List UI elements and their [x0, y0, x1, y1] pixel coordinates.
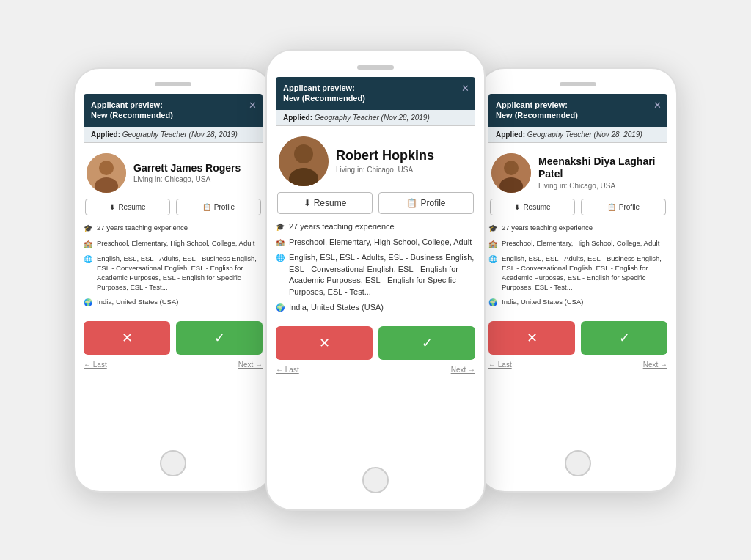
phone-speaker-right	[560, 82, 596, 86]
applied-value-em-right: Geography Teacher (Nov 28, 2019)	[527, 130, 642, 139]
detail-text-left-3: India, United States (USA)	[97, 297, 178, 306]
details-list-right: 🎓 27 years teaching experience 🏫 Prescho…	[488, 223, 667, 312]
nav-row-right: ← Last Next →	[488, 361, 667, 369]
reject-button-left[interactable]: ✕	[84, 321, 170, 355]
detail-text-center-0: 27 years teaching experience	[289, 221, 395, 232]
next-link-center[interactable]: Next →	[451, 366, 475, 374]
last-link-left[interactable]: ← Last	[84, 361, 107, 369]
detail-item-center-1: 🏫 Preschool, Elementary, High School, Co…	[276, 237, 475, 248]
detail-item-right-1: 🏫 Preschool, Elementary, High School, Co…	[488, 238, 667, 249]
detail-item-center-2: 🌐 English, ESL, ESL - Adults, ESL - Busi…	[276, 252, 475, 298]
close-button-right[interactable]: ✕	[653, 100, 662, 111]
next-link-right[interactable]: Next →	[643, 361, 667, 369]
phone-speaker-center	[357, 65, 394, 70]
detail-text-center-1: Preschool, Elementary, High School, Coll…	[289, 237, 472, 248]
resume-label-center: Resume	[314, 198, 347, 208]
btn-row-right: ⬇ Resume 📋 Profile	[488, 199, 667, 215]
scene: Applicant preview: New (Recommended) ✕ A…	[0, 0, 751, 560]
applied-value-em-center: Geography Teacher (Nov 28, 2019)	[315, 114, 430, 122]
detail-icon-right-0: 🎓	[488, 224, 497, 234]
avatar-left	[87, 153, 126, 193]
detail-text-right-1: Preschool, Elementary, High School, Coll…	[502, 238, 659, 248]
app-header-left: Applicant preview: New (Recommended) ✕	[84, 94, 263, 127]
detail-item-right-3: 🌍 India, United States (USA)	[488, 297, 667, 308]
detail-icon-center-2: 🌐	[276, 253, 285, 263]
home-button-left[interactable]	[160, 450, 186, 476]
profile-icon-center: 📋	[406, 198, 417, 208]
home-button-right[interactable]	[565, 450, 591, 476]
app-subheader-left: Applied: Geography Teacher (Nov 28, 2019…	[84, 127, 263, 143]
detail-text-center-2: English, ESL, ESL - Adults, ESL - Busine…	[289, 252, 475, 298]
applicant-name-right: Meenakshi Diya Laghari Patel	[538, 155, 664, 180]
app-subheader-center: Applied: Geography Teacher (Nov 28, 2019…	[276, 110, 475, 126]
app-subheader-right: Applied: Geography Teacher (Nov 28, 2019…	[488, 127, 667, 143]
detail-icon-center-0: 🎓	[276, 222, 285, 232]
approve-button-left[interactable]: ✓	[176, 321, 263, 355]
resume-button-right[interactable]: ⬇ Resume	[490, 199, 575, 215]
next-link-left[interactable]: Next →	[238, 361, 263, 369]
header-title-center: Applicant preview: New (Recommended)	[283, 83, 468, 104]
details-list-left: 🎓 27 years teaching experience 🏫 Prescho…	[84, 223, 263, 312]
reject-button-center[interactable]: ✕	[276, 326, 373, 360]
applicant-location-right: Living in: Chicago, USA	[538, 182, 664, 190]
profile-button-center[interactable]: 📋 Profile	[378, 192, 474, 214]
detail-item-left-0: 🎓 27 years teaching experience	[84, 223, 263, 234]
close-button-center[interactable]: ✕	[461, 83, 469, 94]
detail-icon-right-1: 🏫	[488, 239, 497, 249]
detail-item-left-1: 🏫 Preschool, Elementary, High School, Co…	[84, 238, 263, 249]
detail-text-right-0: 27 years teaching experience	[502, 223, 593, 232]
detail-item-left-2: 🌐 English, ESL, ESL - Adults, ESL - Busi…	[84, 254, 263, 292]
detail-text-center-3: India, United States (USA)	[289, 302, 384, 313]
applicant-location-center: Living in: Chicago, USA	[336, 166, 434, 174]
applied-label-left: Applied:	[91, 130, 120, 139]
applicant-row-center: Robert Hopkins Living in: Chicago, USA	[276, 133, 475, 192]
detail-icon-left-2: 🌐	[84, 254, 92, 265]
details-list-center: 🎓 27 years teaching experience 🏫 Prescho…	[276, 221, 475, 318]
close-button-left[interactable]: ✕	[249, 100, 257, 111]
avatar-right	[491, 153, 531, 193]
detail-text-right-2: English, ESL, ESL - Adults, ESL - Busine…	[502, 254, 667, 292]
app-header-center: Applicant preview: New (Recommended) ✕	[276, 77, 475, 110]
profile-icon-right: 📋	[607, 203, 616, 211]
applicant-name-left: Garrett James Rogers	[133, 162, 241, 174]
profile-button-left[interactable]: 📋 Profile	[176, 199, 261, 215]
last-link-center[interactable]: ← Last	[276, 366, 299, 374]
resume-button-center[interactable]: ⬇ Resume	[277, 192, 373, 214]
detail-text-left-2: English, ESL, ESL - Adults, ESL - Busine…	[97, 254, 263, 292]
phone-content-center: Applicant preview: New (Recommended) ✕ A…	[267, 77, 484, 458]
phone-center: Applicant preview: New (Recommended) ✕ A…	[265, 49, 486, 511]
svg-point-1	[99, 161, 114, 175]
last-link-right[interactable]: ← Last	[488, 361, 512, 369]
resume-button-left[interactable]: ⬇ Resume	[85, 199, 170, 215]
header-title-left: Applicant preview: New (Recommended)	[91, 100, 255, 121]
phone-left: Applicant preview: New (Recommended) ✕ A…	[73, 67, 273, 493]
reject-button-right[interactable]: ✕	[488, 321, 575, 355]
nav-row-left: ← Last Next →	[84, 361, 263, 369]
profile-label-left: Profile	[214, 203, 235, 211]
applied-value-em-left: Geography Teacher (Nov 28, 2019)	[122, 130, 238, 139]
resume-label-left: Resume	[118, 203, 145, 211]
detail-icon-center-3: 🌍	[276, 303, 285, 313]
resume-label-right: Resume	[523, 203, 550, 211]
applied-label-right: Applied:	[496, 130, 525, 139]
approve-button-center[interactable]: ✓	[378, 326, 475, 360]
profile-label-center: Profile	[420, 198, 445, 208]
download-icon-left: ⬇	[109, 203, 115, 211]
detail-icon-right-3: 🌍	[488, 298, 497, 308]
download-icon-center: ⬇	[304, 198, 311, 208]
profile-button-right[interactable]: 📋 Profile	[581, 199, 666, 215]
detail-item-right-2: 🌐 English, ESL, ESL - Adults, ESL - Busi…	[488, 254, 667, 292]
svg-point-4	[294, 144, 313, 163]
btn-row-center: ⬇ Resume 📋 Profile	[276, 192, 475, 214]
download-icon-right: ⬇	[514, 203, 520, 211]
action-row-center: ✕ ✓	[276, 326, 475, 360]
detail-item-center-3: 🌍 India, United States (USA)	[276, 302, 475, 313]
applicant-info-left: Garrett James Rogers Living in: Chicago,…	[133, 162, 241, 184]
detail-text-left-1: Preschool, Elementary, High School, Coll…	[97, 238, 254, 248]
phone-content-left: Applicant preview: New (Recommended) ✕ A…	[75, 94, 271, 441]
home-button-center[interactable]	[362, 467, 389, 493]
action-row-right: ✕ ✓	[488, 321, 667, 355]
approve-button-right[interactable]: ✓	[581, 321, 667, 355]
applied-label-center: Applied:	[283, 114, 312, 122]
applicant-info-right: Meenakshi Diya Laghari Patel Living in: …	[538, 155, 664, 190]
